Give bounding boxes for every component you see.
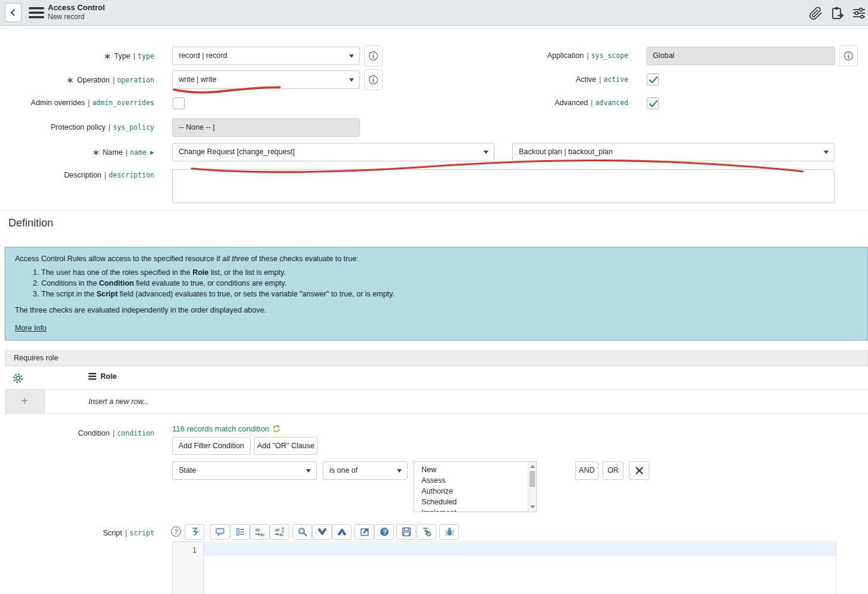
active-field-label: Active|active — [474, 71, 628, 89]
open-window-icon — [360, 527, 369, 537]
role-column-header[interactable]: Role — [88, 372, 117, 381]
editor-help-button[interactable]: ? — [374, 524, 394, 540]
condition-value-listbox[interactable]: New Assess Authorize Scheduled Implement — [414, 461, 537, 512]
info-icon — [843, 51, 854, 61]
active-line-highlight — [204, 543, 836, 556]
info-icon — [368, 51, 378, 61]
info-icon — [368, 75, 378, 85]
info-check-item: The script in the Script field (advanced… — [41, 289, 858, 299]
chevron-down-icon — [349, 78, 354, 82]
refresh-condition-icon — [272, 424, 281, 433]
search-button[interactable] — [292, 524, 312, 540]
script-editor-code-area[interactable] — [204, 541, 836, 594]
insert-new-row-cell[interactable]: Insert a new row... — [45, 390, 868, 414]
form-context-menu-icon[interactable] — [29, 7, 44, 21]
paperclip-icon — [809, 7, 823, 20]
scrollbar-thumb[interactable] — [530, 471, 535, 487]
sliders-icon — [852, 6, 866, 20]
back-button[interactable] — [5, 3, 22, 22]
add-filter-condition-button[interactable]: Add Filter Condition — [172, 437, 250, 455]
condition-field-select[interactable]: State — [172, 461, 317, 480]
add-or-clause-button[interactable]: Add "OR" Clause — [254, 437, 317, 455]
advanced-checkbox[interactable] — [647, 97, 659, 109]
bug-icon — [445, 527, 454, 537]
format-code-button[interactable] — [230, 524, 250, 540]
mandatory-indicator: ∗ — [92, 147, 100, 157]
records-match-condition-link[interactable]: 116 records match condition — [172, 424, 281, 433]
attachment-button[interactable] — [808, 5, 823, 21]
svg-text:ac: ac — [279, 532, 284, 537]
page-subtitle: New record — [48, 13, 84, 21]
application-field-label: Application|sys_scope — [474, 47, 628, 65]
toggle-syntax-highlight-button[interactable] — [185, 524, 204, 540]
plus-icon: + — [21, 394, 28, 408]
listbox-option[interactable]: Scheduled — [414, 497, 536, 507]
requires-role-section-header: Requires role — [5, 350, 868, 366]
syntax-check-button[interactable] — [417, 524, 436, 540]
form-header-bar: Access Control New record — [0, 0, 868, 26]
condition-or-button[interactable]: OR — [603, 461, 624, 480]
active-checkbox[interactable] — [647, 74, 659, 85]
debug-script-button[interactable] — [439, 524, 459, 540]
chevron-up-bold-icon — [337, 528, 347, 536]
chevron-down-icon — [484, 151, 488, 154]
condition-delete-button[interactable] — [629, 461, 649, 480]
find-next-button[interactable] — [312, 524, 332, 540]
type-info-button[interactable] — [364, 45, 383, 66]
admin-overrides-checkbox[interactable] — [173, 97, 185, 109]
svg-text:ab: ab — [255, 528, 260, 532]
chevron-left-icon — [9, 8, 17, 17]
svg-text:ac: ac — [260, 532, 265, 537]
open-in-new-window-button[interactable] — [354, 524, 374, 540]
listbox-option[interactable]: Authorize — [414, 486, 536, 497]
replace-all-icon: abac — [274, 527, 285, 537]
personalize-form-button[interactable] — [851, 5, 867, 21]
save-script-button[interactable] — [396, 524, 416, 540]
line-number: 1 — [192, 546, 197, 555]
condition-and-button[interactable]: AND — [575, 461, 598, 480]
protection-policy-readonly-field: -- None -- | — [172, 118, 360, 137]
help-circle-icon: ? — [380, 527, 389, 537]
checkmark-icon — [649, 76, 658, 84]
insert-row-add-button[interactable]: + — [5, 390, 45, 414]
operation-info-button[interactable] — [364, 69, 383, 90]
requires-role-table-header: Role — [5, 366, 868, 390]
listbox-option[interactable]: New — [414, 464, 536, 475]
operation-select[interactable]: write | write — [172, 71, 360, 89]
more-info-link[interactable]: More Info — [15, 323, 47, 333]
description-textarea[interactable] — [172, 169, 835, 203]
save-button[interactable] — [830, 5, 845, 21]
page-title: Access Control — [48, 3, 105, 12]
replace-all-button[interactable]: abac — [270, 524, 289, 540]
definition-section-heading: Definition — [8, 217, 53, 229]
type-select[interactable]: record | record — [172, 47, 360, 65]
scroll-down-arrow[interactable] — [528, 503, 536, 511]
condition-operator-select[interactable]: is one of — [323, 461, 408, 480]
advanced-field-label: Advanced|advanced — [474, 94, 628, 112]
list-settings-gear-icon[interactable] — [12, 372, 24, 384]
chevron-down-icon — [349, 54, 354, 58]
protection-policy-field-label: Protection policy|sys_policy — [0, 118, 154, 137]
listbox-option[interactable]: Assess — [414, 475, 536, 486]
scroll-up-arrow[interactable] — [528, 463, 536, 470]
name-field-label: ∗Name|name▶ — [0, 143, 154, 162]
name-field-select[interactable]: Backout plan | backout_plan — [512, 143, 835, 161]
comment-bubble-icon — [215, 527, 225, 537]
chevron-down-icon — [306, 469, 311, 473]
expand-arrow-icon[interactable]: ▶ — [150, 149, 154, 155]
script-help-icon[interactable]: ? — [171, 526, 181, 537]
svg-text:?: ? — [383, 529, 386, 535]
application-info-button[interactable] — [839, 45, 858, 66]
checkmark-icon — [649, 100, 658, 108]
replace-button[interactable]: abac — [250, 524, 270, 540]
toggle-comment-button[interactable] — [210, 524, 230, 540]
info-checks-list: The user has one of the roles specified … — [41, 268, 858, 299]
listbox-scrollbar[interactable] — [528, 462, 536, 512]
replace-icon: abac — [255, 527, 265, 537]
script-field-label: Script|script — [0, 524, 154, 543]
find-previous-button[interactable] — [332, 524, 352, 540]
listbox-option[interactable]: Implement — [414, 507, 536, 512]
name-table-select[interactable]: Change Request [change_request] — [172, 143, 494, 161]
type-field-label: ∗Type|type — [0, 47, 154, 66]
floppy-disk-icon — [402, 527, 411, 537]
